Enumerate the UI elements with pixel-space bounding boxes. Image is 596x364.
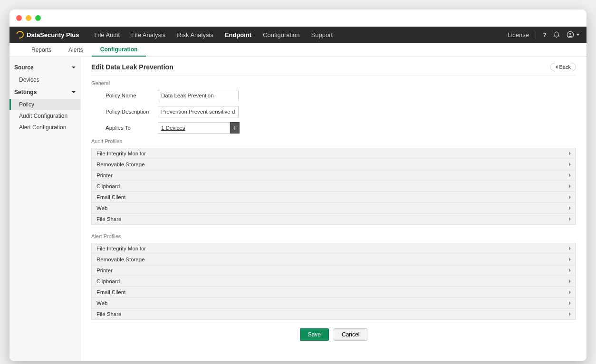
main-content: Edit Data Leak Prevention Back General P…: [81, 57, 586, 361]
subnav-tab[interactable]: Reports: [23, 43, 60, 57]
body: Source Devices Settings PolicyAudit Conf…: [10, 57, 586, 361]
topnav-item[interactable]: Risk Analysis: [171, 27, 219, 43]
topnav-item[interactable]: File Audit: [89, 27, 125, 43]
chevron-down-icon: [72, 67, 76, 68]
audit-profile-row[interactable]: File Integrity Monitor: [91, 148, 576, 159]
bell-icon[interactable]: [553, 31, 560, 38]
license-link[interactable]: License: [508, 31, 529, 38]
policy-name-label: Policy Name: [91, 93, 158, 98]
sidebar-settings-label: Settings: [14, 89, 37, 96]
close-window-icon[interactable]: [16, 15, 22, 21]
profile-row-label: File Integrity Monitor: [96, 246, 146, 251]
chevron-right-icon: [569, 184, 571, 188]
profile-row-label: Clipboard: [96, 278, 120, 284]
sidebar-source-header[interactable]: Source: [10, 61, 80, 74]
alert-profile-row[interactable]: Printer: [91, 265, 576, 276]
profile-row-label: Printer: [96, 268, 113, 273]
sidebar-item[interactable]: Alert Configuration: [10, 122, 80, 133]
chevron-left-icon: [556, 65, 558, 69]
audit-profile-row[interactable]: Email Client: [91, 192, 576, 203]
audit-profile-row[interactable]: Clipboard: [91, 181, 576, 192]
chevron-right-icon: [569, 206, 571, 210]
audit-profiles-label: Audit Profiles: [91, 138, 576, 144]
alert-profile-row[interactable]: Email Client: [91, 287, 576, 298]
chevron-right-icon: [569, 279, 571, 283]
alert-profile-row[interactable]: File Share: [91, 309, 576, 320]
policy-name-row: Policy Name: [91, 90, 576, 101]
save-button[interactable]: Save: [300, 328, 329, 341]
brand-ring-icon: [15, 29, 25, 40]
profile-row-label: File Share: [96, 216, 121, 222]
sidebar-settings-header[interactable]: Settings: [10, 86, 80, 99]
topnav-item[interactable]: File Analysis: [125, 27, 171, 43]
divider: [536, 31, 536, 38]
alert-profile-row[interactable]: Clipboard: [91, 276, 576, 287]
chevron-right-icon: [569, 312, 571, 316]
profile-row-label: Clipboard: [96, 183, 120, 189]
audit-profile-row[interactable]: Printer: [91, 170, 576, 181]
svg-point-1: [569, 33, 571, 35]
audit-profile-row[interactable]: File Share: [91, 214, 576, 225]
sidebar-source-label: Source: [14, 64, 34, 71]
chevron-right-icon: [569, 163, 571, 166]
topnav-item[interactable]: Support: [306, 27, 339, 43]
profile-row-label: Printer: [96, 172, 113, 178]
audit-profile-row[interactable]: Web: [91, 203, 576, 214]
alert-profile-row[interactable]: File Integrity Monitor: [91, 243, 576, 254]
chevron-right-icon: [569, 152, 571, 155]
policy-desc-label: Policy Description: [91, 109, 158, 115]
alert-profiles-label: Alert Profiles: [91, 233, 576, 239]
sub-nav: ReportsAlertsConfiguration: [10, 43, 586, 57]
sidebar-item[interactable]: Policy: [10, 99, 80, 110]
chevron-right-icon: [569, 290, 571, 294]
app-window: DataSecurity Plus File AuditFile Analysi…: [10, 10, 586, 361]
top-nav: DataSecurity Plus File AuditFile Analysi…: [10, 27, 586, 43]
minimize-window-icon[interactable]: [26, 15, 31, 21]
brand-text: DataSecurity Plus: [27, 31, 79, 38]
audit-profiles-group: File Integrity MonitorRemovable StorageP…: [91, 148, 576, 225]
profile-row-label: Web: [96, 205, 107, 211]
policy-desc-row: Policy Description: [91, 106, 576, 117]
profile-row-label: File Integrity Monitor: [96, 151, 146, 156]
profile-row-label: Removable Storage: [96, 257, 145, 262]
back-label: Back: [559, 64, 571, 70]
general-section-label: General: [91, 80, 576, 86]
alert-profile-row[interactable]: Removable Storage: [91, 254, 576, 265]
back-button[interactable]: Back: [550, 63, 576, 71]
subnav-tab[interactable]: Alerts: [60, 43, 92, 57]
footer-actions: Save Cancel: [91, 328, 576, 341]
topnav-right: License ?: [508, 31, 580, 38]
chevron-right-icon: [569, 247, 571, 250]
subnav-tab[interactable]: Configuration: [92, 43, 146, 57]
help-icon[interactable]: ?: [543, 31, 547, 38]
chevron-down-icon: [72, 91, 76, 93]
audit-profile-row[interactable]: Removable Storage: [91, 159, 576, 170]
chevron-right-icon: [569, 195, 571, 199]
profile-row-label: Email Client: [96, 289, 125, 295]
chevron-right-icon: [569, 173, 571, 177]
applies-to-row: Applies To 1 Devices +: [91, 122, 576, 134]
sidebar-item[interactable]: Devices: [10, 74, 80, 86]
sidebar-item[interactable]: Audit Configuration: [10, 110, 80, 122]
user-menu[interactable]: [567, 31, 580, 38]
profile-row-label: Web: [96, 300, 107, 306]
brand-logo[interactable]: DataSecurity Plus: [16, 31, 79, 38]
applies-to-link[interactable]: 1 Devices: [158, 122, 230, 134]
chevron-down-icon: [576, 34, 580, 36]
profile-row-label: File Share: [96, 311, 121, 317]
policy-name-input[interactable]: [158, 90, 239, 101]
chevron-right-icon: [569, 268, 571, 272]
topnav-item[interactable]: Endpoint: [219, 27, 257, 43]
cancel-button[interactable]: Cancel: [334, 328, 367, 341]
add-device-button[interactable]: +: [230, 122, 240, 134]
policy-desc-input[interactable]: [158, 106, 239, 117]
sidebar: Source Devices Settings PolicyAudit Conf…: [10, 57, 81, 361]
profile-row-label: Removable Storage: [96, 162, 145, 167]
maximize-window-icon[interactable]: [35, 15, 41, 21]
alert-profile-row[interactable]: Web: [91, 298, 576, 309]
chevron-right-icon: [569, 217, 571, 221]
window-titlebar: [10, 10, 586, 27]
chevron-right-icon: [569, 258, 571, 261]
profile-row-label: Email Client: [96, 194, 125, 200]
topnav-item[interactable]: Configuration: [257, 27, 305, 43]
